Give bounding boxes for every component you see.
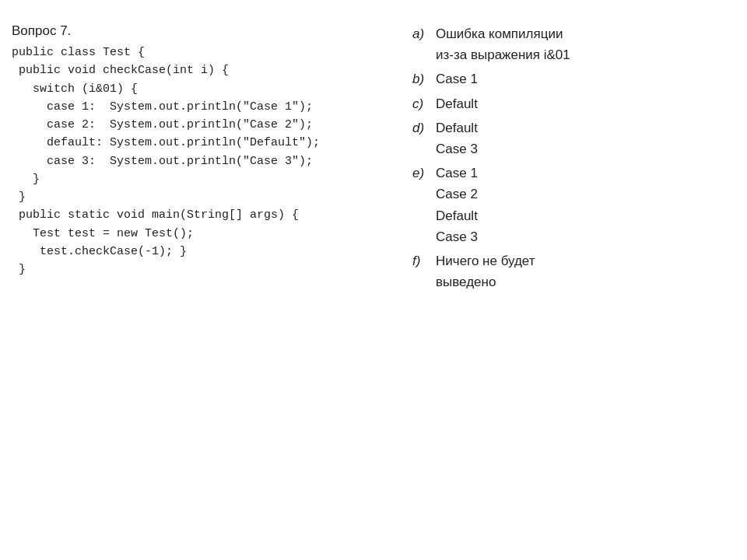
- option-item: f)Ничего не будет выведено: [412, 250, 731, 292]
- option-label: e): [412, 163, 436, 247]
- main-container: Вопрос 7. public class Test { public voi…: [0, 0, 747, 560]
- option-text: Ничего не будет выведено: [436, 250, 731, 292]
- code-block: public class Test { public void checkCas…: [12, 44, 389, 278]
- option-text: Case 1: [436, 68, 731, 89]
- option-text: Default Case 3: [436, 117, 731, 159]
- right-panel: a)Ошибка компиляции из-за выражения i&01…: [397, 16, 739, 544]
- options-list: a)Ошибка компиляции из-за выражения i&01…: [412, 23, 731, 292]
- option-label: d): [412, 117, 436, 159]
- option-item: c)Default: [412, 93, 731, 114]
- option-item: b)Case 1: [412, 68, 731, 89]
- left-panel: Вопрос 7. public class Test { public voi…: [8, 16, 397, 544]
- option-text: Ошибка компиляции из-за выражения i&01: [436, 23, 731, 65]
- option-item: a)Ошибка компиляции из-за выражения i&01: [412, 23, 731, 65]
- option-item: d)Default Case 3: [412, 117, 731, 159]
- option-item: e)Case 1 Case 2 Default Case 3: [412, 163, 731, 247]
- option-text: Default: [436, 93, 731, 114]
- option-label: f): [412, 250, 436, 292]
- question-title: Вопрос 7.: [12, 23, 389, 39]
- option-label: c): [412, 93, 436, 114]
- option-label: a): [412, 23, 436, 65]
- option-text: Case 1 Case 2 Default Case 3: [436, 163, 731, 247]
- option-label: b): [412, 68, 436, 89]
